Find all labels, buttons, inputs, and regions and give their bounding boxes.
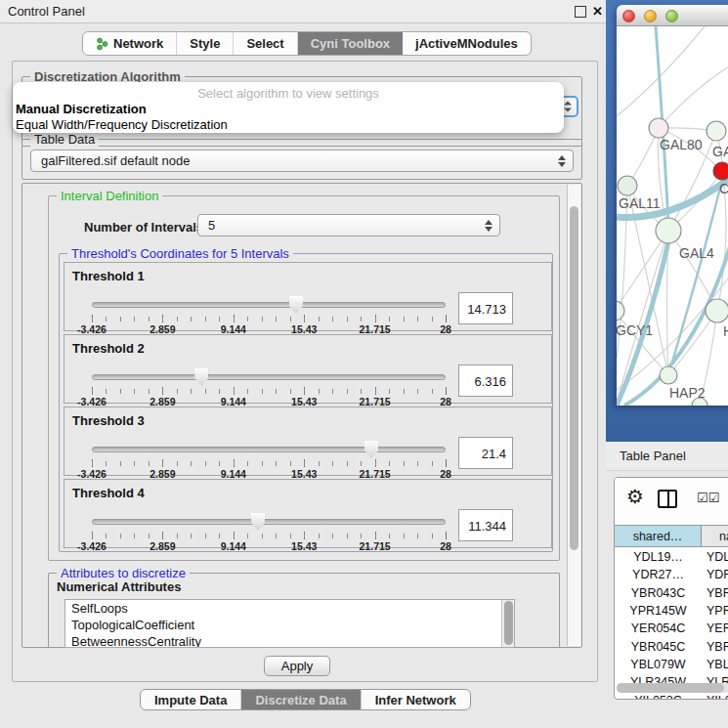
interval-definition-group: Interval Definition Number of Intervals … — [48, 195, 560, 561]
table-row[interactable]: YDL19… YDL1 — [615, 548, 728, 566]
slider-thumb[interactable] — [251, 513, 265, 531]
threshold-1-slider[interactable]: -3.426 2.859 9.144 15.43 21.715 28 — [92, 296, 446, 331]
threshold-1-label: Threshold 1 — [72, 269, 145, 283]
control-panel-titlebar: Control Panel ✕ — [0, 0, 606, 23]
slider-track[interactable] — [92, 302, 446, 308]
cell-shared[interactable]: YBR045C — [615, 640, 702, 654]
table-row[interactable]: YER054C YER0 — [615, 620, 728, 637]
node-top-right[interactable] — [707, 121, 726, 141]
table-row[interactable]: YBR045C YBR0 — [615, 637, 728, 655]
table-row[interactable]: YPR145W YPR1 — [615, 602, 728, 620]
split-view-icon[interactable] — [658, 490, 677, 508]
tab-style[interactable]: Style — [177, 32, 234, 55]
cell-name[interactable]: YBR0 — [702, 586, 728, 600]
slider-track[interactable] — [92, 374, 446, 380]
node-hap2[interactable] — [660, 366, 677, 384]
threshold-3-slider[interactable]: -3.426 2.859 9.144 15.43 21.715 28 — [92, 441, 446, 476]
slider-thumb[interactable] — [194, 368, 208, 386]
slider-thumb[interactable] — [364, 441, 378, 458]
settings-vertical-scrollbar-thumb[interactable] — [570, 206, 578, 550]
cell-name[interactable]: YIL0 — [702, 694, 728, 699]
zoom-traffic-icon[interactable] — [665, 10, 678, 22]
list-item[interactable]: SelfLoops — [65, 600, 514, 617]
tab-network[interactable]: Network — [83, 32, 177, 55]
network-canvas[interactable]: GAL80 GA C GAL11 GAL4 GCY1 H HAP2 — [617, 26, 728, 406]
settings-vertical-scrollbar[interactable] — [567, 185, 580, 646]
node-gal11[interactable] — [618, 176, 637, 195]
cell-name[interactable]: YDL1 — [702, 550, 728, 564]
close-icon[interactable]: ✕ — [592, 6, 604, 18]
threshold-4-slider[interactable]: -3.426 2.859 9.144 15.43 21.715 28 — [92, 513, 446, 548]
threshold-1-value-field[interactable]: 14.713 — [458, 292, 513, 324]
algorithm-dropdown-popup: Select algorithm to view settings Manual… — [13, 82, 564, 133]
cell-shared[interactable]: YBR043C — [615, 586, 702, 600]
cell-shared[interactable]: YDL19… — [615, 550, 702, 564]
node-gcy1[interactable] — [617, 301, 624, 321]
cell-name[interactable]: YBL0 — [702, 658, 728, 671]
dropdown-option-manual[interactable]: Manual Discretization — [16, 102, 147, 116]
cell-shared[interactable]: YER054C — [615, 621, 702, 635]
cell-shared[interactable]: YIL052C — [615, 694, 702, 699]
attributes-list-scrollbar-thumb[interactable] — [504, 601, 513, 645]
tick-label: 9.144 — [221, 540, 246, 552]
slider-track[interactable] — [92, 519, 446, 525]
node-gal80[interactable] — [649, 118, 668, 138]
minimize-traffic-icon[interactable] — [644, 10, 657, 22]
node-gal4[interactable] — [656, 218, 681, 243]
tick-label: 2.859 — [150, 540, 175, 552]
threshold-4-value-field[interactable]: 11.344 — [458, 509, 513, 541]
table-row[interactable]: YBR043C YBR0 — [615, 584, 728, 602]
apply-button[interactable]: Apply — [264, 656, 330, 676]
table-panel: ⚙ ☑☑ shared… na YDL19… YDL1 YDR27… YDR2 … — [614, 477, 728, 700]
table-panel-title: Table Panel — [620, 449, 686, 463]
tab-discretize-data[interactable]: Discretize Data — [241, 690, 361, 709]
screen: Control Panel ✕ Network Style Select Cyn… — [0, 0, 728, 728]
tab-cyni-toolbox[interactable]: Cyni Toolbox — [298, 32, 403, 55]
node-h[interactable] — [706, 299, 728, 322]
column-header-name[interactable]: na — [702, 526, 728, 546]
float-window-icon[interactable] — [575, 6, 586, 18]
control-panel-tabbar: Network Style Select Cyni Toolbox jActiv… — [82, 31, 532, 56]
table-data-combobox[interactable]: galFiltered.sif default node — [30, 150, 574, 172]
tab-jactivemnodules[interactable]: jActiveMNodules — [403, 32, 531, 55]
node-label: HAP2 — [669, 385, 706, 401]
table-row[interactable]: YBL079W YBL0 — [615, 656, 728, 673]
select-columns-icon[interactable]: ☑☑ — [697, 491, 719, 505]
interval-definition-title: Interval Definition — [57, 189, 162, 203]
threshold-2-value-field[interactable]: 6.316 — [458, 364, 513, 397]
cell-shared[interactable]: YPR145W — [615, 604, 702, 618]
cell-name[interactable]: YER0 — [702, 621, 728, 635]
slider-track[interactable] — [92, 447, 446, 452]
attributes-list-scrollbar[interactable] — [501, 600, 514, 647]
threshold-2-slider[interactable]: -3.426 2.859 9.144 15.43 21.715 28 — [92, 368, 446, 404]
network-view-window: GAL80 GA C GAL11 GAL4 GCY1 H HAP2 — [617, 5, 728, 406]
tab-infer-network[interactable]: Infer Network — [362, 690, 470, 709]
cell-name[interactable]: YPR1 — [702, 604, 728, 618]
table-horizontal-scrollbar[interactable] — [617, 683, 728, 693]
tab-impute-data[interactable]: Impute Data — [141, 690, 241, 709]
cell-shared[interactable]: YDR27… — [615, 568, 702, 581]
table-data-group: Table Data galFiltered.sif default node — [21, 139, 582, 180]
cell-name[interactable]: YDR2 — [702, 568, 728, 581]
table-header-row: shared… na — [615, 525, 728, 547]
list-item[interactable]: BetweennessCentrality — [65, 633, 514, 648]
gear-icon[interactable]: ⚙ — [626, 485, 644, 508]
cell-shared[interactable]: YBL079W — [615, 658, 702, 671]
threshold-2-row: Threshold 2 -3.426 2.859 9.144 15.43 — [64, 334, 552, 404]
node-selected-red[interactable] — [713, 162, 728, 180]
dropdown-option-equal-width[interactable]: Equal Width/Frequency Discretization — [16, 117, 228, 132]
slider-thumb[interactable] — [289, 296, 303, 314]
slider-minor-ticks — [92, 534, 446, 538]
list-item[interactable]: TopologicalCoefficient — [65, 617, 514, 633]
cell-name[interactable]: YBR0 — [702, 640, 728, 654]
threshold-3-value-field[interactable]: 21.4 — [458, 437, 513, 469]
combo-stepper-icon — [485, 220, 492, 232]
slider-minor-ticks — [92, 317, 446, 321]
number-of-intervals-combobox[interactable]: 5 — [197, 214, 500, 236]
table-horizontal-scrollbar-thumb[interactable] — [617, 683, 724, 693]
numerical-attributes-list[interactable]: SelfLoops TopologicalCoefficient Between… — [64, 599, 515, 648]
column-header-shared[interactable]: shared… — [615, 526, 702, 546]
close-traffic-icon[interactable] — [622, 10, 635, 22]
tab-select[interactable]: Select — [234, 32, 297, 55]
table-row[interactable]: YDR27… YDR2 — [615, 566, 728, 583]
